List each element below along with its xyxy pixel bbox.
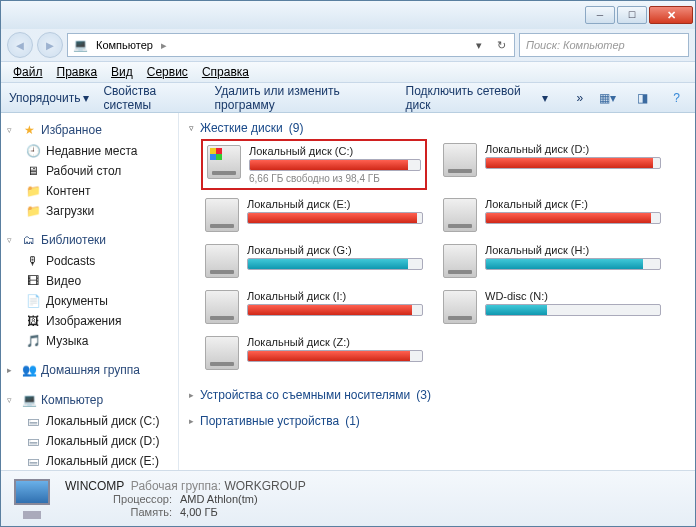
menu-file[interactable]: Файл xyxy=(7,63,49,81)
search-input[interactable]: Поиск: Компьютер xyxy=(519,33,689,57)
drive-icon xyxy=(443,143,477,177)
drive-item[interactable]: Локальный диск (H:) xyxy=(439,240,665,282)
sidebar-item-pictures[interactable]: 🖼Изображения xyxy=(3,311,176,331)
details-pane: WINCOMP Рабочая группа: WORKGROUP Процес… xyxy=(1,470,695,526)
drive-icon: 🖴 xyxy=(25,413,41,429)
removable-devices-header[interactable]: ▸ Устройства со съемными носителями (3) xyxy=(187,382,687,408)
drive-usage-bar xyxy=(485,212,661,224)
content-body: ▿★Избранное 🕘Недавние места 🖥Рабочий сто… xyxy=(1,113,695,470)
drive-usage-bar xyxy=(485,304,661,316)
breadcrumb-location[interactable]: Компьютер xyxy=(92,37,157,53)
drive-name: Локальный диск (F:) xyxy=(485,198,661,210)
drive-icon xyxy=(205,336,239,370)
sidebar-item-content[interactable]: 📁Контент xyxy=(3,181,176,201)
sidebar-item-drive-d[interactable]: 🖴Локальный диск (D:) xyxy=(3,431,176,451)
drive-item[interactable]: Локальный диск (D:) xyxy=(439,139,665,190)
computer-icon: 💻 xyxy=(21,392,37,408)
music-icon: 🎵 xyxy=(25,333,41,349)
more-button[interactable]: » xyxy=(576,91,583,105)
homegroup-header[interactable]: ▸👥Домашняя группа xyxy=(3,359,176,381)
organize-button[interactable]: Упорядочить ▾ xyxy=(9,91,89,105)
sidebar-item-music[interactable]: 🎵Музыка xyxy=(3,331,176,351)
help-icon[interactable]: ? xyxy=(666,87,687,109)
menu-edit[interactable]: Правка xyxy=(51,63,104,81)
sidebar-item-video[interactable]: 🎞Видео xyxy=(3,271,176,291)
cpu-value: AMD Athlon(tm) xyxy=(180,493,306,505)
drive-usage-bar xyxy=(247,212,423,224)
drive-name: Локальный диск (H:) xyxy=(485,244,661,256)
drive-icon xyxy=(443,244,477,278)
refresh-icon[interactable]: ↻ xyxy=(492,39,510,52)
libraries-header[interactable]: ▿🗂Библиотеки xyxy=(3,229,176,251)
system-properties-button[interactable]: Свойства системы xyxy=(103,84,200,112)
explorer-window: ─ ☐ ✕ ◄ ► 💻 Компьютер ▸ ▾ ↻ Поиск: Компь… xyxy=(0,0,696,527)
preview-pane-icon[interactable]: ◨ xyxy=(632,87,653,109)
address-bar[interactable]: 💻 Компьютер ▸ ▾ ↻ xyxy=(67,33,515,57)
drive-name: Локальный диск (I:) xyxy=(247,290,423,302)
back-button[interactable]: ◄ xyxy=(7,32,33,58)
menu-view[interactable]: Вид xyxy=(105,63,139,81)
forward-button[interactable]: ► xyxy=(37,32,63,58)
sidebar-item-recent[interactable]: 🕘Недавние места xyxy=(3,141,176,161)
chevron-right-icon: ▸ xyxy=(189,416,194,426)
drive-icon: 🖴 xyxy=(25,433,41,449)
sidebar-item-podcasts[interactable]: 🎙Podcasts xyxy=(3,251,176,271)
cpu-label: Процессор: xyxy=(65,493,172,505)
drive-icon xyxy=(207,145,241,179)
menu-help[interactable]: Справка xyxy=(196,63,255,81)
uninstall-program-button[interactable]: Удалить или изменить программу xyxy=(215,84,392,112)
computer-header[interactable]: ▿💻Компьютер xyxy=(3,389,176,411)
picture-icon: 🖼 xyxy=(25,313,41,329)
drive-item[interactable]: Локальный диск (C:)6,66 ГБ свободно из 9… xyxy=(201,139,427,190)
maximize-button[interactable]: ☐ xyxy=(617,6,647,24)
drive-icon xyxy=(205,244,239,278)
ram-value: 4,00 ГБ xyxy=(180,506,306,518)
drive-name: Локальный диск (E:) xyxy=(247,198,423,210)
close-button[interactable]: ✕ xyxy=(649,6,693,24)
drive-item[interactable]: WD-disc (N:) xyxy=(439,286,665,328)
navigation-bar: ◄ ► 💻 Компьютер ▸ ▾ ↻ Поиск: Компьютер xyxy=(1,29,695,61)
ram-label: Память: xyxy=(65,506,172,518)
drive-item[interactable]: Локальный диск (Z:) xyxy=(201,332,427,374)
drive-usage-bar xyxy=(247,350,423,362)
portable-devices-header[interactable]: ▸ Портативные устройства (1) xyxy=(187,408,687,434)
computer-large-icon xyxy=(11,479,53,519)
drive-item[interactable]: Локальный диск (E:) xyxy=(201,194,427,236)
view-options-icon[interactable]: ▦▾ xyxy=(597,87,618,109)
drive-name: Локальный диск (D:) xyxy=(485,143,661,155)
drive-usage-bar xyxy=(485,157,661,169)
chevron-down-icon: ▾ xyxy=(83,91,89,105)
recent-icon: 🕘 xyxy=(25,143,41,159)
chevron-down-icon: ▿ xyxy=(189,123,194,133)
sidebar-item-drive-c[interactable]: 🖴Локальный диск (C:) xyxy=(3,411,176,431)
titlebar: ─ ☐ ✕ xyxy=(1,1,695,29)
drive-icon xyxy=(205,290,239,324)
drive-item[interactable]: Локальный диск (G:) xyxy=(201,240,427,282)
drive-item[interactable]: Локальный диск (I:) xyxy=(201,286,427,328)
computer-name: WINCOMP Рабочая группа: WORKGROUP xyxy=(65,479,306,493)
drive-name: Локальный диск (C:) xyxy=(249,145,421,157)
drive-icon xyxy=(443,198,477,232)
hard-drives-header[interactable]: ▿ Жесткие диски (9) xyxy=(187,117,687,139)
folder-icon: 📁 xyxy=(25,183,41,199)
drive-usage-bar xyxy=(249,159,421,171)
sidebar-item-drive-e[interactable]: 🖴Локальный диск (E:) xyxy=(3,451,176,470)
favorites-header[interactable]: ▿★Избранное xyxy=(3,119,176,141)
drive-icon: 🖴 xyxy=(25,453,41,469)
map-network-drive-button[interactable]: Подключить сетевой диск ▾ xyxy=(406,84,549,112)
command-bar: Упорядочить ▾ Свойства системы Удалить и… xyxy=(1,83,695,113)
address-dropdown-icon[interactable]: ▾ xyxy=(470,39,488,52)
drive-icon xyxy=(443,290,477,324)
sidebar-item-documents[interactable]: 📄Документы xyxy=(3,291,176,311)
homegroup-icon: 👥 xyxy=(21,362,37,378)
library-icon: 🗂 xyxy=(21,232,37,248)
podcast-icon: 🎙 xyxy=(25,253,41,269)
minimize-button[interactable]: ─ xyxy=(585,6,615,24)
menu-service[interactable]: Сервис xyxy=(141,63,194,81)
drive-icon xyxy=(205,198,239,232)
sidebar-item-desktop[interactable]: 🖥Рабочий стол xyxy=(3,161,176,181)
navigation-pane: ▿★Избранное 🕘Недавние места 🖥Рабочий сто… xyxy=(1,113,179,470)
drive-item[interactable]: Локальный диск (F:) xyxy=(439,194,665,236)
sidebar-item-downloads[interactable]: 📁Загрузки xyxy=(3,201,176,221)
breadcrumb-separator-icon: ▸ xyxy=(161,39,167,52)
